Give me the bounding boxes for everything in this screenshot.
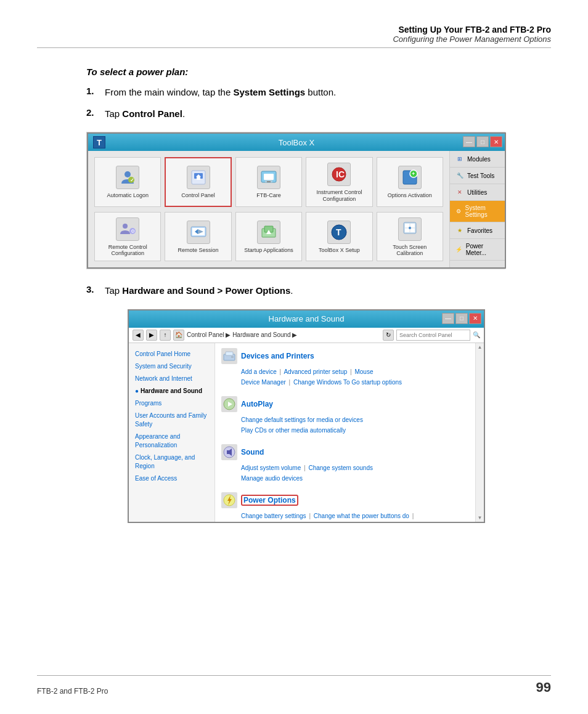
icon-options-activation[interactable]: + Options Activation (377, 157, 443, 207)
icon-startup-applications-label: Startup Applications (244, 247, 293, 254)
svg-text:⚙: ⚙ (131, 229, 135, 234)
hw-win-controls: — □ ✕ (442, 313, 481, 324)
sidebar-control-panel-home[interactable]: Control Panel Home (129, 348, 214, 360)
change-battery-link[interactable]: Change battery settings (241, 513, 306, 519)
hw-addressbar: ◀ ▶ ↑ 🏠 Control Panel ▶ Hardware and Sou… (129, 328, 484, 343)
icon-touch-screen-calibration[interactable]: Touch Screen Calibration (377, 212, 443, 262)
sidebar-system-security[interactable]: System and Security (129, 360, 214, 373)
change-default-settings-link[interactable]: Change default settings for media or dev… (241, 416, 363, 423)
power-options-icon (221, 492, 237, 508)
sidebar-power-meter-label: Power Meter... (466, 243, 500, 256)
up-button[interactable]: ↑ (160, 330, 171, 341)
forward-button[interactable]: ▶ (146, 330, 157, 341)
sidebar-appearance[interactable]: Appearance and Personalization (129, 431, 214, 452)
icon-automatic-logon[interactable]: ✓ Automatic Logon (94, 157, 161, 207)
toolbox-screenshot: T ToolBox X — □ ✕ (86, 132, 505, 269)
icon-options-activation-label: Options Activation (388, 192, 432, 199)
hw-maximize-button[interactable]: □ (455, 313, 468, 324)
icon-control-panel-label: Control Panel (181, 192, 215, 199)
back-button[interactable]: ◀ (133, 330, 144, 341)
home-button[interactable]: 🏠 (173, 330, 184, 341)
icon-remote-session[interactable]: Remote Session (165, 212, 231, 262)
page: Setting Up Your FTB-2 and FTB-2 Pro Conf… (0, 0, 588, 714)
devices-printers-title[interactable]: Devices and Printers (241, 352, 314, 360)
autoplay-title[interactable]: AutoPlay (241, 400, 273, 408)
sound-links: Adjust system volume | Change system sou… (221, 463, 469, 484)
sidebar-clock-language[interactable]: Clock, Language, and Region (129, 452, 214, 473)
mouse-link[interactable]: Mouse (354, 368, 373, 375)
sidebar-network-internet[interactable]: Network and Internet (129, 373, 214, 385)
step-3-text: Tap Hardware and Sound > Power Options. (105, 284, 293, 298)
icon-options-activation-box: + (398, 166, 422, 189)
toolbox-grid-row1: ✓ Automatic Logon Control Panel (94, 157, 443, 207)
icon-automatic-logon-label: Automatic Logon (107, 192, 149, 199)
icon-instrument-control-box: IC (327, 163, 351, 186)
icon-toolbox-x-setup[interactable]: T ToolBox X Setup (306, 212, 372, 262)
sidebar-power-meter[interactable]: ⚡ Power Meter... (450, 239, 505, 261)
power-buttons-link[interactable]: Change what the power buttons do (314, 513, 409, 519)
toolbox-window: T ToolBox X — □ ✕ (87, 132, 506, 269)
icon-remote-control-config-label: Remote Control Configuration (97, 244, 158, 258)
hw-scrollbar[interactable]: ▲ ▼ (475, 343, 484, 522)
sidebar-user-accounts[interactable]: User Accounts and Family Safety (129, 410, 214, 431)
hw-close-button[interactable]: ✕ (469, 313, 481, 324)
icon-touch-screen-calibration-box (398, 217, 422, 241)
sidebar-hardware-sound[interactable]: ●Hardware and Sound (129, 385, 214, 397)
scrollbar-down-arrow[interactable]: ▼ (478, 515, 483, 521)
close-button[interactable]: ✕ (490, 136, 502, 147)
hardware-sound-screenshot: Hardware and Sound — □ ✕ ◀ ▶ ↑ 🏠 Control… (128, 309, 485, 523)
svg-rect-32 (231, 356, 234, 358)
sidebar-utilities[interactable]: ✕ Utilities (450, 184, 505, 201)
maximize-button[interactable]: □ (476, 136, 489, 147)
hw-window-title: Hardware and Sound (269, 314, 345, 323)
search-input[interactable] (396, 330, 470, 341)
sidebar-ease-of-access[interactable]: Ease of Access (129, 473, 214, 485)
play-cds-link[interactable]: Play CDs or other media automatically (241, 427, 346, 434)
step-1: 1. From the main window, tap the System … (86, 86, 526, 100)
manage-audio-link[interactable]: Manage audio devices (241, 475, 303, 482)
windows-to-go-link[interactable]: Change Windows To Go startup options (293, 379, 402, 386)
svg-rect-9 (267, 181, 271, 182)
svg-rect-7 (264, 174, 274, 180)
power-meter-icon: ⚡ (455, 245, 463, 254)
device-manager-link[interactable]: Device Manager (241, 379, 286, 386)
content-area: To select a power plan: 1. From the main… (37, 67, 551, 523)
footer-product-name: FTB-2 and FTB-2 Pro (37, 687, 108, 696)
svg-point-0 (125, 171, 131, 177)
icon-instrument-control[interactable]: IC Instrument Control Configuration (306, 157, 372, 207)
icon-instrument-control-label: Instrument Control Configuration (309, 189, 369, 203)
sound-title[interactable]: Sound (241, 448, 264, 456)
refresh-button[interactable]: ↻ (383, 330, 394, 341)
devices-printers-links: Add a device | Advanced printer setup | … (221, 367, 469, 387)
adjust-volume-link[interactable]: Adjust system volume (241, 465, 301, 471)
hw-body: Control Panel Home System and Security N… (129, 343, 484, 522)
sidebar-favorites-label: Favorites (467, 227, 492, 234)
icon-control-panel-box (187, 166, 210, 189)
icon-control-panel[interactable]: Control Panel (165, 157, 231, 207)
toolbox-body: ✓ Automatic Logon Control Panel (88, 151, 505, 267)
sidebar-system-settings[interactable]: ⚙ System Settings (450, 201, 505, 222)
hw-minimize-button[interactable]: — (442, 313, 454, 324)
power-options-header: Power Options (221, 492, 469, 508)
step-3-number: 3. (86, 284, 105, 294)
section-sound: Sound Adjust system volume | Change syst… (221, 444, 469, 484)
minimize-button[interactable]: — (463, 136, 475, 147)
power-options-title[interactable]: Power Options (241, 495, 298, 506)
icon-ftb-care[interactable]: FTB-Care (235, 157, 302, 207)
sidebar-favorites[interactable]: ★ Favorites (450, 222, 505, 239)
page-header: Setting Up Your FTB-2 and FTB-2 Pro Conf… (37, 25, 551, 48)
sidebar-programs[interactable]: Programs (129, 397, 214, 410)
icon-ftb-care-box (257, 166, 280, 189)
sidebar-test-tools[interactable]: 🔧 Test Tools (450, 168, 505, 184)
toolbox-t-icon: T (93, 136, 105, 148)
sidebar-modules[interactable]: ⊞ Modules (450, 151, 505, 168)
icon-remote-control-config[interactable]: ⚙ Remote Control Configuration (94, 212, 161, 262)
scrollbar-up-arrow[interactable]: ▲ (478, 344, 483, 350)
add-device-link[interactable]: Add a device (241, 368, 277, 375)
change-system-sounds-link[interactable]: Change system sounds (308, 465, 373, 471)
header-subtitle: Configuring the Power Management Options (37, 34, 551, 44)
section-autoplay: AutoPlay Change default settings for med… (221, 396, 469, 436)
icon-startup-applications[interactable]: Startup Applications (235, 212, 302, 262)
advanced-printer-setup-link[interactable]: Advanced printer setup (284, 368, 347, 375)
svg-text:IC: IC (336, 169, 345, 179)
